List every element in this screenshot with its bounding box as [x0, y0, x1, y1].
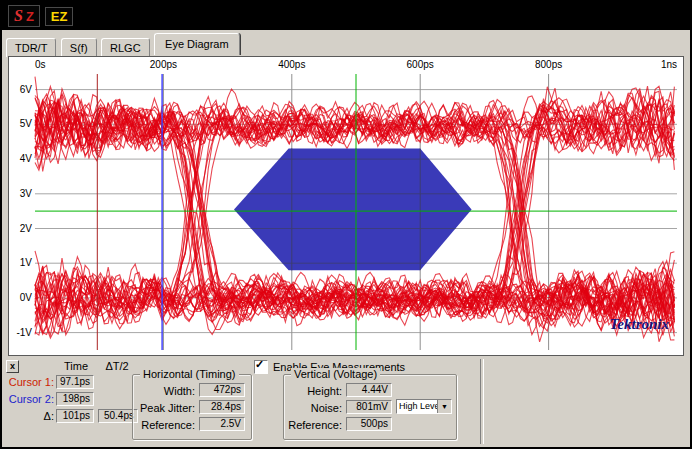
panel-close-button[interactable]: x [6, 360, 19, 373]
time-column-header: Time [56, 360, 96, 372]
vertical-voltage-title: Vertical (Voltage) [291, 368, 380, 380]
timing-reference-label: Reference: [135, 419, 195, 431]
eye-diagram-canvas[interactable]: 0s200ps400ps600ps800ps1ns6V5V4V3V2V1V0V-… [9, 57, 683, 355]
cursor1-time-value: 97.1ps [56, 375, 94, 389]
cursor2-time-value: 198ps [56, 392, 94, 406]
level-select-value: High Level [397, 400, 437, 413]
logo-s-icon: S [14, 7, 23, 25]
plot-panel: 0s200ps400ps600ps800ps1ns6V5V4V3V2V1V0V-… [8, 56, 684, 356]
peak-jitter-label: Peak Jitter: [135, 402, 195, 414]
y-axis-label: 3V [20, 188, 33, 199]
x-axis-label: 200ps [150, 59, 177, 70]
voltage-reference-value: 500ps [346, 417, 392, 431]
x-axis-label: 400ps [278, 59, 305, 70]
delta-t-half-column-header: ΔT/2 [96, 360, 138, 372]
delta-label: Δ: [4, 410, 54, 422]
check-icon: ✓ [255, 358, 264, 371]
y-axis-label: -1V [16, 327, 32, 338]
checkbox-box[interactable]: ✓ [254, 360, 268, 374]
noise-value: 801mV [346, 400, 392, 414]
x-axis-label: 1ns [661, 59, 677, 70]
y-axis-label: 5V [20, 118, 33, 129]
dropdown-button[interactable]: ▼ [437, 400, 451, 413]
measurement-panel: x Time ΔT/2 Cursor 1: 97.1ps Cursor 2: 1… [2, 356, 690, 447]
tab-tdrt[interactable]: TDR/T [6, 38, 56, 57]
x-axis-label: 800ps [535, 59, 562, 70]
vertical-voltage-group: Vertical (Voltage) Height: 4.44V Noise: … [283, 374, 457, 440]
horizontal-timing-group: Horizontal (Timing) Width: 472ps Peak Ji… [132, 374, 252, 440]
tab-eye-diagram[interactable]: Eye Diagram [154, 33, 240, 55]
y-axis-label: 1V [20, 257, 33, 268]
app-window: S Z EZ TDR/T S(f) RLGC Eye Diagram 0s200… [0, 0, 692, 449]
brand-text: Tektronix [610, 316, 670, 332]
y-axis-label: 0V [20, 292, 33, 303]
x-axis-label: 600ps [407, 59, 434, 70]
noise-label: Noise: [286, 402, 342, 414]
logo-ez-icon: EZ [51, 9, 68, 24]
width-label: Width: [135, 385, 195, 397]
height-value: 4.44V [346, 383, 392, 397]
voltage-reference-label: Reference: [286, 419, 342, 431]
delta-time-value: 101ps [56, 409, 94, 423]
x-axis-label: 0s [35, 59, 46, 70]
app-logo-sz: S Z [8, 5, 40, 27]
vertical-divider [480, 359, 484, 444]
tab-sf[interactable]: S(f) [61, 38, 97, 57]
y-axis-label: 4V [20, 153, 33, 164]
width-value: 472ps [199, 383, 245, 397]
cursor1-label: Cursor 1: [4, 376, 54, 388]
y-axis-label: 6V [20, 84, 33, 95]
cursor2-label: Cursor 2: [4, 393, 54, 405]
title-bar: S Z EZ [2, 2, 690, 30]
app-logo-ez: EZ [45, 7, 74, 26]
logo-z-icon: Z [26, 9, 34, 24]
eye-mask-polygon [234, 149, 472, 271]
height-label: Height: [286, 385, 342, 397]
chevron-down-icon: ▼ [441, 403, 448, 410]
timing-reference-value: 2.5V [199, 417, 245, 431]
tab-rlgc[interactable]: RLGC [101, 38, 150, 57]
level-select-dropdown[interactable]: High Level ▼ [396, 399, 452, 414]
y-axis-label: 2V [20, 223, 33, 234]
horizontal-timing-title: Horizontal (Timing) [140, 368, 239, 380]
peak-jitter-value: 28.4ps [199, 400, 245, 414]
